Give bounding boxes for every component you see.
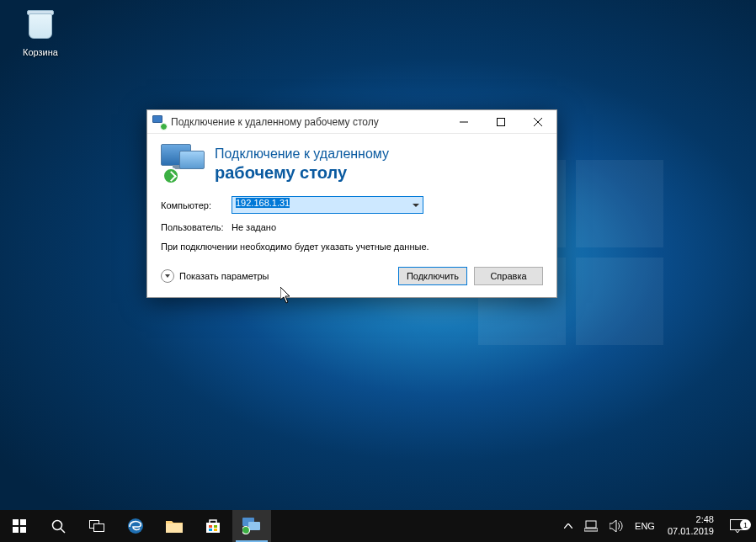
svg-line-9 (61, 529, 65, 533)
dialog-title: Подключение к удаленному рабочему столу (171, 116, 445, 128)
svg-point-21 (242, 527, 250, 534)
search-button[interactable] (39, 510, 77, 542)
volume-icon (610, 520, 623, 532)
tray-language-label: ENG (635, 521, 655, 531)
taskbar: ENG 2:48 07.01.2019 1 (0, 510, 756, 542)
close-button[interactable] (519, 110, 556, 134)
tray-date: 07.01.2019 (668, 526, 714, 538)
svg-rect-23 (584, 529, 598, 531)
rdp-titlebar-icon (152, 115, 166, 129)
taskbar-app-store[interactable] (194, 510, 232, 542)
action-center-button[interactable]: 1 (721, 519, 754, 533)
svg-point-8 (52, 520, 61, 529)
svg-rect-7 (20, 527, 26, 533)
task-view-button[interactable] (77, 510, 116, 542)
system-tray: ENG 2:48 07.01.2019 1 (556, 510, 756, 542)
svg-rect-5 (20, 519, 26, 525)
store-icon (205, 518, 221, 534)
show-options-toggle[interactable]: Показать параметры (161, 269, 269, 283)
recycle-bin-icon (22, 5, 59, 42)
chevron-down-circle-icon (161, 269, 174, 283)
network-icon (584, 520, 598, 532)
windows-start-icon (13, 519, 26, 533)
computer-combobox[interactable]: 192.168.1.31 (232, 196, 423, 214)
svg-rect-17 (209, 529, 212, 531)
svg-rect-16 (214, 525, 217, 528)
maximize-button[interactable] (482, 110, 519, 134)
svg-rect-13 (166, 523, 183, 533)
credential-hint: При подключении необходимо будет указать… (161, 241, 430, 253)
rdp-hero-icon (161, 144, 205, 184)
svg-rect-15 (209, 525, 212, 528)
folder-icon (166, 519, 183, 533)
tray-network-button[interactable] (578, 510, 604, 542)
edge-icon (127, 518, 144, 534)
task-view-icon (89, 520, 104, 532)
svg-rect-18 (214, 529, 217, 531)
minimize-button[interactable] (445, 110, 482, 134)
taskbar-app-edge[interactable] (116, 510, 155, 542)
rdp-taskbar-icon (242, 518, 261, 534)
svg-rect-11 (94, 524, 104, 532)
tray-time: 2:48 (668, 514, 714, 526)
show-options-label: Показать параметры (179, 271, 269, 281)
svg-rect-4 (13, 519, 19, 525)
help-button[interactable]: Справка (474, 267, 543, 285)
svg-rect-14 (206, 523, 220, 533)
desktop-icon-recycle-bin[interactable]: Корзина (15, 5, 66, 59)
desktop-icon-label: Корзина (23, 47, 58, 57)
chevron-down-icon[interactable] (409, 197, 423, 213)
tray-language-button[interactable]: ENG (629, 510, 661, 542)
taskbar-app-rdp[interactable] (232, 510, 271, 542)
rdp-dialog: Подключение к удаленному рабочему столу … (146, 109, 557, 298)
tray-clock[interactable]: 2:48 07.01.2019 (661, 514, 721, 538)
svg-rect-22 (586, 521, 596, 528)
svg-rect-20 (248, 522, 260, 530)
search-icon (51, 519, 66, 534)
dialog-heading-line2: рабочему столу (215, 162, 389, 183)
user-value: Не задано (232, 222, 276, 232)
svg-rect-1 (498, 118, 505, 125)
computer-label: Компьютер: (161, 200, 232, 210)
chevron-up-icon (564, 523, 572, 529)
user-label: Пользователь: (161, 222, 232, 232)
svg-rect-6 (13, 527, 19, 533)
tray-volume-button[interactable] (604, 510, 629, 542)
connect-button[interactable]: Подключить (398, 267, 467, 285)
computer-input[interactable]: 192.168.1.31 (232, 196, 423, 214)
taskbar-app-explorer[interactable] (155, 510, 194, 542)
dialog-heading-line1: Подключение к удаленному (215, 146, 389, 162)
notification-badge: 1 (740, 519, 751, 530)
start-button[interactable] (0, 510, 39, 542)
tray-overflow-button[interactable] (558, 510, 578, 542)
dialog-titlebar[interactable]: Подключение к удаленному рабочему столу (147, 110, 556, 134)
